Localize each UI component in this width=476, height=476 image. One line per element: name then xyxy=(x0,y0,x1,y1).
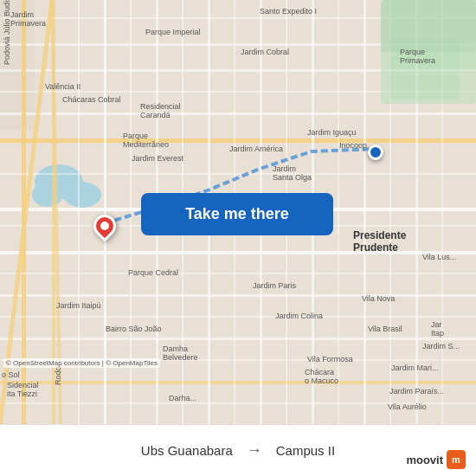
svg-point-5 xyxy=(63,182,101,208)
moovit-logo: moovit m xyxy=(406,450,466,469)
moovit-text: moovit xyxy=(406,453,443,466)
svg-rect-10 xyxy=(0,294,476,297)
take-me-there-label: Take me there xyxy=(185,205,289,223)
svg-rect-44 xyxy=(381,0,476,52)
svg-rect-9 xyxy=(0,251,476,254)
svg-rect-13 xyxy=(0,113,476,115)
map-attribution: © OpenStreetMap contributors | © OpenMap… xyxy=(3,358,160,368)
route-arrow: → xyxy=(247,441,262,460)
svg-rect-11 xyxy=(0,338,476,340)
svg-point-6 xyxy=(32,183,63,207)
svg-rect-38 xyxy=(0,316,476,318)
route-destination: Campus II xyxy=(276,443,335,458)
svg-rect-40 xyxy=(0,402,476,404)
destination-marker xyxy=(368,145,383,160)
map-container: Santo Expedito I JardimPrimavera Parque … xyxy=(0,0,476,424)
svg-rect-35 xyxy=(0,173,476,175)
moovit-icon: m xyxy=(447,450,466,469)
origin-marker xyxy=(93,215,116,237)
moovit-icon-letter: m xyxy=(452,454,460,465)
svg-rect-3 xyxy=(0,0,35,130)
bottom-bar: Ubs Guanabara → Campus II moovit m xyxy=(0,424,476,476)
route-origin: Ubs Guanabara xyxy=(141,443,233,458)
svg-rect-37 xyxy=(0,273,476,274)
svg-rect-7 xyxy=(0,138,476,143)
take-me-there-button[interactable]: Take me there xyxy=(141,193,333,235)
svg-rect-12 xyxy=(0,381,476,384)
